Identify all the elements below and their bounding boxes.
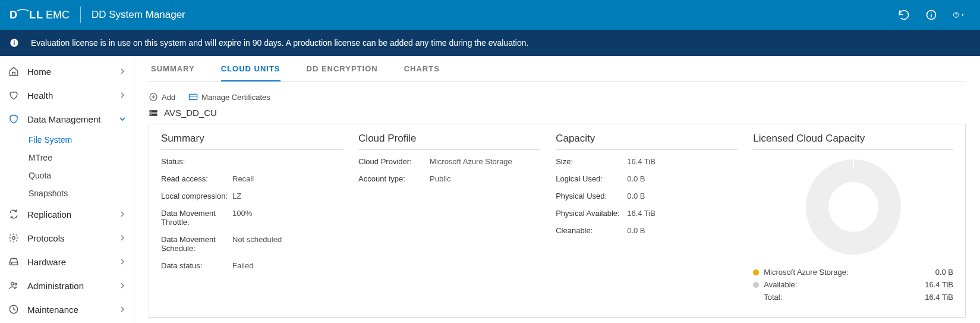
storage-icon bbox=[149, 109, 158, 117]
gear-icon bbox=[7, 233, 20, 243]
sidebar-nav: Home Health Data Management File System … bbox=[0, 56, 134, 323]
capacity-donut-chart bbox=[806, 159, 901, 255]
svg-point-13 bbox=[15, 283, 17, 285]
heart-icon bbox=[7, 90, 20, 101]
logical-used-value: 0.0 B bbox=[627, 174, 645, 183]
nav-hardware[interactable]: Hardware bbox=[0, 250, 134, 274]
read-access-label: Read access: bbox=[161, 174, 232, 183]
tab-charts[interactable]: CHARTS bbox=[404, 64, 440, 81]
svg-point-8 bbox=[14, 40, 15, 42]
app-title: DD System Manager bbox=[92, 9, 185, 21]
nav-home[interactable]: Home bbox=[0, 59, 134, 83]
tab-dd-encryption[interactable]: DD ENCRYPTION bbox=[307, 64, 378, 81]
nav-label: Home bbox=[27, 67, 51, 77]
read-access-value: Recall bbox=[232, 174, 254, 183]
tab-cloud-units[interactable]: CLOUD UNITS bbox=[221, 64, 281, 81]
chevron-right-icon bbox=[119, 259, 125, 265]
plus-circle-icon bbox=[149, 92, 158, 102]
account-type-value: Public bbox=[430, 174, 450, 183]
nav-health[interactable]: Health bbox=[0, 83, 134, 107]
nav-data-management-sub: File System MTree Quota Snapshots bbox=[0, 131, 134, 202]
size-value: 16.4 TiB bbox=[627, 157, 656, 166]
svg-point-12 bbox=[11, 283, 14, 286]
chevron-right-icon bbox=[119, 211, 125, 217]
local-compression-value: LZ bbox=[232, 192, 241, 200]
notice-info-icon bbox=[10, 38, 19, 48]
cloud-provider-value: Microsoft Azure Storage bbox=[430, 157, 512, 166]
nav-label: Maintenance bbox=[27, 305, 78, 315]
cloud-units-toolbar: Add Manage Certificates bbox=[149, 92, 966, 102]
nav-label: Health bbox=[27, 90, 53, 101]
brand: D⌒LL EMC bbox=[10, 8, 70, 22]
add-button[interactable]: Add bbox=[149, 92, 175, 102]
capacity-title: Capacity bbox=[556, 133, 738, 150]
help-icon[interactable] bbox=[953, 9, 965, 21]
brand-divider bbox=[80, 7, 81, 23]
legend-dot-icon bbox=[753, 269, 759, 275]
cloud-profile-section: Cloud Profile Cloud Provider: Microsoft … bbox=[358, 133, 540, 305]
svg-rect-20 bbox=[149, 110, 157, 112]
info-icon[interactable] bbox=[925, 9, 937, 21]
licensed-capacity-title: Licensed Cloud Capacity bbox=[753, 133, 953, 150]
nav-protocols[interactable]: Protocols bbox=[0, 226, 134, 250]
logical-used-label: Logical Used: bbox=[556, 174, 627, 183]
summary-section: Summary Status: Read access: Recall Loca… bbox=[161, 133, 343, 305]
legend-row-total: Total: 16.4 TiB bbox=[753, 293, 953, 302]
app-header: D⌒LL EMC DD System Manager bbox=[0, 0, 980, 30]
chevron-right-icon bbox=[119, 92, 125, 98]
cloud-unit-detail-card: Summary Status: Read access: Recall Loca… bbox=[149, 124, 966, 318]
chevron-right-icon bbox=[119, 235, 125, 241]
content-tabs: SUMMARY CLOUD UNITS DD ENCRYPTION CHARTS bbox=[149, 56, 966, 81]
data-status-value: Failed bbox=[232, 261, 253, 270]
tab-summary[interactable]: SUMMARY bbox=[151, 64, 195, 81]
svg-point-9 bbox=[12, 237, 15, 240]
svg-point-11 bbox=[11, 263, 12, 264]
dm-throttle-label: Data Movement Throttle: bbox=[161, 209, 232, 227]
nav-label: Administration bbox=[27, 281, 84, 291]
dm-schedule-value: Not scheduled bbox=[232, 235, 282, 253]
nav-data-management[interactable]: Data Management bbox=[0, 107, 134, 131]
refresh-icon[interactable] bbox=[898, 9, 910, 21]
nav-maintenance[interactable]: Maintenance bbox=[0, 297, 134, 321]
license-notice-text: Evaluation license is in use on this sys… bbox=[31, 38, 528, 48]
legend-dot-icon bbox=[753, 282, 759, 288]
svg-point-2 bbox=[931, 12, 932, 13]
nav-label: Replication bbox=[27, 209, 71, 219]
local-compression-label: Local compression: bbox=[161, 192, 232, 200]
physical-avail-value: 16.4 TiB bbox=[627, 209, 656, 218]
nav-replication[interactable]: Replication bbox=[0, 202, 134, 226]
users-icon bbox=[7, 280, 20, 291]
svg-point-4 bbox=[956, 16, 956, 17]
size-label: Size: bbox=[556, 157, 627, 166]
chevron-right-icon bbox=[119, 68, 125, 74]
subnav-mtree[interactable]: MTree bbox=[29, 149, 134, 167]
licensed-capacity-section: Licensed Cloud Capacity Microsoft Azure … bbox=[753, 133, 953, 305]
home-icon bbox=[7, 66, 20, 77]
chevron-right-icon bbox=[119, 306, 125, 312]
summary-title: Summary bbox=[161, 133, 343, 150]
svg-rect-7 bbox=[14, 42, 14, 45]
brand-logo-text: D⌒LL bbox=[10, 8, 43, 22]
dm-throttle-value: 100% bbox=[232, 209, 252, 227]
nav-label: Hardware bbox=[27, 257, 66, 267]
svg-marker-5 bbox=[962, 14, 964, 16]
nav-administration[interactable]: Administration bbox=[0, 274, 134, 297]
header-actions bbox=[898, 9, 970, 21]
cloud-unit-name: AVS_DD_CU bbox=[149, 108, 966, 118]
brand-emc-text: EMC bbox=[46, 9, 70, 21]
physical-used-label: Physical Used: bbox=[556, 192, 627, 200]
clock-icon bbox=[7, 304, 20, 315]
manage-certificates-button[interactable]: Manage Certificates bbox=[188, 93, 270, 102]
subnav-quota[interactable]: Quota bbox=[29, 167, 134, 184]
drive-icon bbox=[7, 256, 20, 267]
physical-used-value: 0.0 B bbox=[627, 192, 645, 200]
subnav-file-system[interactable]: File System bbox=[29, 131, 134, 149]
legend-row: Microsoft Azure Storage: 0.0 B bbox=[753, 268, 953, 277]
svg-point-23 bbox=[150, 114, 151, 115]
dm-schedule-label: Data Movement Schedule: bbox=[161, 235, 232, 253]
cloud-profile-title: Cloud Profile bbox=[358, 133, 540, 150]
legend-row: Available: 16.4 TiB bbox=[753, 280, 953, 289]
subnav-snapshots[interactable]: Snapshots bbox=[29, 184, 134, 202]
svg-point-22 bbox=[150, 111, 151, 111]
capacity-section: Capacity Size: 16.4 TiB Logical Used: 0.… bbox=[556, 133, 738, 305]
